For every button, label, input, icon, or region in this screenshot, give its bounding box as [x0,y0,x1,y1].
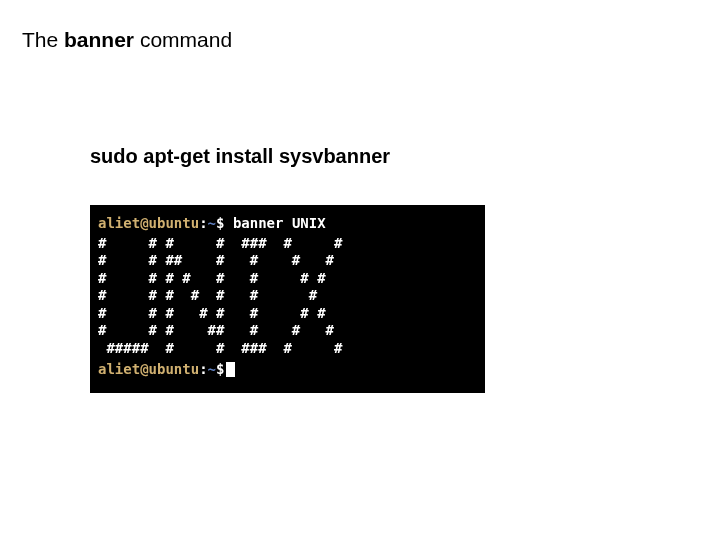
title-part1: The [22,28,64,51]
terminal-window: aliet@ubuntu:~$ banner UNIX # # # # ### … [90,205,485,393]
prompt-path-2: ~ [208,361,216,377]
title-part2: banner [64,28,140,51]
prompt-path: ~ [208,215,216,231]
prompt-dollar: $ [216,215,224,231]
terminal-line-2: aliet@ubuntu:~$ [98,361,477,379]
banner-output: # # # # ### # # # # ## # # # # # # # # #… [98,235,477,358]
prompt-user: aliet@ubuntu [98,215,199,231]
prompt-sep-2: : [199,361,207,377]
prompt-dollar-2: $ [216,361,224,377]
terminal-line-1: aliet@ubuntu:~$ banner UNIX [98,215,477,233]
terminal-cursor [226,362,235,377]
page-title: The banner command [22,28,232,52]
terminal-command: banner UNIX [233,215,326,231]
install-command: sudo apt-get install sysvbanner [90,145,390,168]
prompt-sep: : [199,215,207,231]
title-part3: command [140,28,232,51]
prompt-user-2: aliet@ubuntu [98,361,199,377]
